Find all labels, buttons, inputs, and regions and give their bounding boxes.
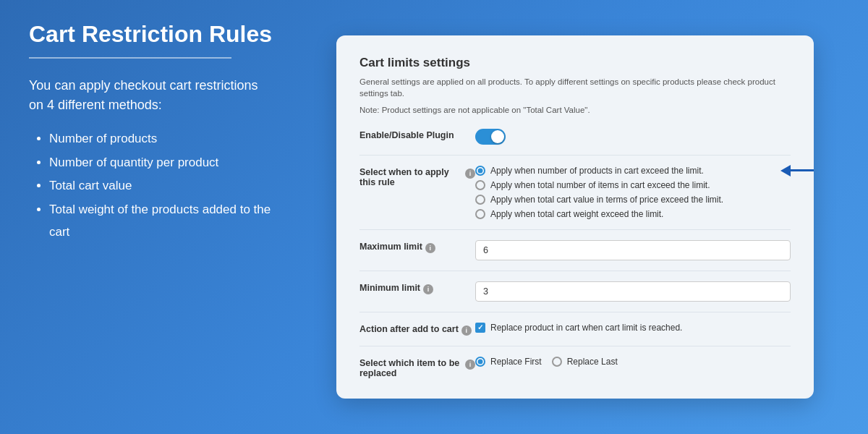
card-subtitle: General settings are applied on all prod… bbox=[359, 76, 791, 99]
radio-option-2[interactable]: Apply when total number of items in cart… bbox=[475, 180, 791, 190]
description: You can apply checkout cart restrictions… bbox=[29, 76, 275, 115]
action-row: Action after add to cart i Replace produ… bbox=[359, 323, 791, 346]
replace-first-option[interactable]: Replace First bbox=[475, 357, 542, 367]
replace-first-radio[interactable] bbox=[475, 357, 485, 367]
list-item: Total weight of the products added to th… bbox=[49, 199, 275, 243]
radio-option-4[interactable]: Apply when total cart weight exceed the … bbox=[475, 209, 791, 219]
max-limit-info-icon[interactable]: i bbox=[425, 243, 435, 253]
replace-first-label: Replace First bbox=[490, 357, 542, 367]
divider bbox=[29, 57, 231, 59]
page-title: Cart Restriction Rules bbox=[29, 22, 275, 47]
replace-content: Replace First Replace Last bbox=[475, 357, 791, 367]
radio-input-1[interactable] bbox=[475, 166, 485, 176]
replace-info-icon[interactable]: i bbox=[465, 359, 475, 370]
replace-last-option[interactable]: Replace Last bbox=[552, 357, 618, 367]
radio-input-3[interactable] bbox=[475, 195, 485, 205]
radio-label-4: Apply when total cart weight exceed the … bbox=[490, 209, 663, 219]
list-item: Number of products bbox=[49, 128, 275, 150]
min-limit-input[interactable] bbox=[475, 281, 791, 302]
radio-input-4[interactable] bbox=[475, 209, 485, 219]
enable-plugin-row: Enable/Disable Plugin bbox=[359, 129, 791, 156]
radio-option-1[interactable]: Apply when number of products in cart ex… bbox=[475, 166, 791, 176]
arrow-line bbox=[791, 169, 814, 171]
replace-last-label: Replace Last bbox=[567, 357, 618, 367]
select-rule-label: Select when to apply this rule i bbox=[359, 166, 475, 187]
arrow-head-icon bbox=[780, 165, 791, 176]
action-label: Action after add to cart i bbox=[359, 323, 475, 336]
card-note: Note: Product settings are not applicabl… bbox=[359, 104, 791, 116]
action-content: Replace product in cart when cart limit … bbox=[475, 323, 791, 333]
max-limit-content bbox=[475, 240, 791, 260]
max-limit-row: Maximum limit i bbox=[359, 240, 791, 271]
select-rule-info-icon[interactable]: i bbox=[465, 169, 475, 179]
radio-input-2[interactable] bbox=[475, 180, 485, 190]
action-checkbox-label: Replace product in cart when cart limit … bbox=[490, 323, 682, 333]
right-panel: Cart limits settings General settings ar… bbox=[304, 0, 868, 434]
list-item: Number of quantity per product bbox=[49, 152, 275, 174]
min-limit-label: Minimum limit i bbox=[359, 281, 475, 294]
radio-option-3[interactable]: Apply when total cart value in terms of … bbox=[475, 195, 791, 205]
radio-label-3: Apply when total cart value in terms of … bbox=[490, 195, 723, 205]
replace-label: Select which item to be replaced i bbox=[359, 357, 475, 378]
settings-card: Cart limits settings General settings ar… bbox=[336, 35, 814, 398]
enable-plugin-content bbox=[475, 129, 791, 145]
bullet-list: Number of products Number of quantity pe… bbox=[29, 128, 275, 244]
select-rule-row: Select when to apply this rule i Apply w… bbox=[359, 166, 791, 230]
min-limit-info-icon[interactable]: i bbox=[423, 284, 433, 294]
select-rule-content: Apply when number of products in cart ex… bbox=[475, 166, 791, 219]
radio-label-2: Apply when total number of items in cart… bbox=[490, 180, 710, 190]
action-info-icon[interactable]: i bbox=[461, 326, 472, 336]
action-checkbox-option[interactable]: Replace product in cart when cart limit … bbox=[475, 323, 791, 333]
radio-label-1: Apply when number of products in cart ex… bbox=[490, 166, 704, 176]
replace-last-radio[interactable] bbox=[552, 357, 562, 367]
enable-plugin-label: Enable/Disable Plugin bbox=[359, 129, 475, 140]
list-item: Total cart value bbox=[49, 175, 275, 197]
replace-row: Select which item to be replaced i Repla… bbox=[359, 357, 791, 378]
left-panel: Cart Restriction Rules You can apply che… bbox=[0, 0, 304, 434]
card-title: Cart limits settings bbox=[359, 56, 791, 70]
max-limit-label: Maximum limit i bbox=[359, 240, 475, 253]
enable-plugin-toggle[interactable] bbox=[475, 129, 506, 145]
min-limit-content bbox=[475, 281, 791, 302]
replace-options: Replace First Replace Last bbox=[475, 357, 791, 367]
max-limit-input[interactable] bbox=[475, 240, 791, 260]
action-checkbox[interactable] bbox=[475, 323, 485, 333]
min-limit-row: Minimum limit i bbox=[359, 281, 791, 312]
arrow-indicator bbox=[782, 165, 814, 176]
